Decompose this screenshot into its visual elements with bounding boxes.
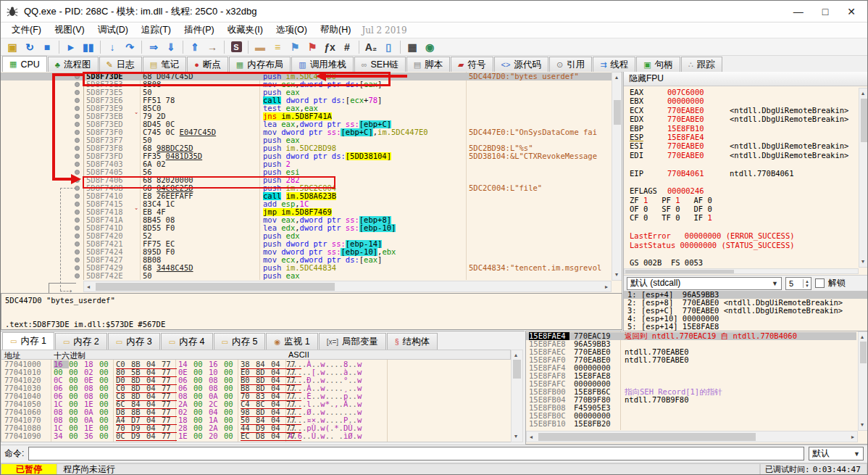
breakpoint-dot[interactable]: [75, 194, 80, 199]
tab-source[interactable]: <>源代码: [494, 57, 548, 72]
bookmarks-icon[interactable]: ⚑: [304, 40, 320, 54]
register-row[interactable]: EAX007C6000: [624, 88, 859, 96]
pause-icon[interactable]: ▮▮: [80, 40, 96, 54]
step-into-icon[interactable]: ↓: [104, 40, 120, 54]
menu-item-文件[interactable]: 文件(F): [5, 22, 48, 38]
open-file-icon[interactable]: ▣: [4, 40, 20, 54]
tab-seh[interactable]: ∞SEH链: [354, 57, 406, 72]
disasm-row[interactable]: 5D8F741A8B45 08mov eax,dword ptr ss:[ebp…: [1, 216, 612, 224]
tab-call-stack[interactable]: ▥调用堆栈: [291, 57, 353, 72]
disasm-row[interactable]: 5D8F74278B08mov ecx,dword ptr ds:[eax]: [1, 256, 612, 264]
disasm-row[interactable]: 5D8F73E6FF51 78call dword ptr ds:[ecx+78…: [1, 96, 612, 104]
register-row[interactable]: LastStatus 00000000 (STATUS_SUCCESS): [624, 241, 859, 249]
disasm-row[interactable]: 5D8F742052push edx: [1, 232, 612, 240]
stack-row[interactable]: 15E8FAF815E8FAE8: [526, 372, 856, 380]
menu-item-插件[interactable]: 插件(P): [178, 22, 221, 38]
dump-vscrollbar[interactable]: ▴ ▾: [511, 350, 523, 442]
close-button[interactable]: ✕: [847, 6, 856, 17]
tab-handles[interactable]: ▣句柄: [636, 57, 680, 72]
dump-row[interactable]: 77041090340036000CD904771E002000ECD80477…: [1, 432, 511, 440]
stack-row[interactable]: 15E8FAF400000000: [526, 364, 856, 372]
script-s-icon[interactable]: S: [228, 40, 244, 54]
stack-row[interactable]: 15E8FAF0770EABE0ntdll.770EABE0: [526, 356, 856, 364]
dump-body[interactable]: 7704100016001800C08B04771400160038840477…: [1, 360, 511, 442]
disasm-row[interactable]: 5D8F73E985C0test eax,eax: [1, 104, 612, 112]
breakpoint-dot[interactable]: [75, 226, 80, 231]
register-row[interactable]: CF 0 TF 0 IF 1: [624, 213, 859, 222]
run-to-user-code-icon[interactable]: ⇑: [187, 40, 203, 54]
tab-struct[interactable]: §结构体: [387, 333, 438, 350]
breakpoint-dot[interactable]: [75, 138, 80, 143]
disasm-row[interactable]: 5D8F73ED8D45 0Clea eax,dword ptr ss:[ebp…: [1, 120, 612, 128]
dump-byte[interactable]: 00: [69, 432, 84, 440]
breakpoint-dot[interactable]: [75, 178, 80, 183]
disasm-row[interactable]: 5D8F7410E8 26EEFAFFcall im.5D8A623B: [1, 192, 612, 200]
breakpoint-dot[interactable]: [75, 74, 80, 79]
disassembly-pane[interactable]: 5D8F73DE68 D047C45Dpush im.5DC447D05DC44…: [1, 72, 622, 293]
tab-log[interactable]: ✎日志: [99, 57, 142, 72]
disasm-row[interactable]: 5D8F73E38B08mov ecx,dword ptr ds:[eax]: [1, 80, 612, 88]
disasm-row[interactable]: 5D8F740B68 04C0C25Dpush im.5DC2C0045DC2C…: [1, 184, 612, 192]
register-row[interactable]: EDI770EABE0<ntdll.DbgUiRemoteBreakin>: [624, 151, 859, 160]
dump-byte[interactable]: 20: [209, 432, 224, 440]
stack-row[interactable]: 15E8FAE4770EAC19返回到 ntdll.770EAC19 自 ntd…: [526, 332, 856, 340]
breakpoint-dot[interactable]: [75, 241, 80, 247]
dump-byte[interactable]: EC: [241, 432, 256, 441]
hash-icon[interactable]: #: [339, 40, 355, 54]
stack-row[interactable]: 15E8FB04770B9F80ntdll.770B9F80: [526, 396, 856, 404]
register-row[interactable]: OF 0 SF 0 DF 0: [624, 205, 859, 213]
breakpoint-dot[interactable]: [75, 106, 80, 111]
disasm-row[interactable]: 5D8F741583C4 1Cadd esp,1C: [1, 200, 612, 208]
tab-references[interactable]: ⊙引用: [549, 57, 592, 72]
dump-byte[interactable]: D8: [256, 432, 271, 441]
tab-dump-1[interactable]: ▭内存 1: [2, 332, 54, 350]
stack-row[interactable]: 15E8FB0C00000000: [526, 412, 856, 420]
breakpoint-dot[interactable]: [75, 90, 80, 95]
register-list[interactable]: EAX007C6000EBX00000000ECX770EABE0<ntdll.…: [624, 88, 859, 268]
breakpoint-dot[interactable]: [75, 146, 80, 151]
register-row[interactable]: [624, 160, 859, 168]
maximize-button[interactable]: □: [822, 6, 828, 17]
breakpoint-dot[interactable]: [75, 114, 80, 119]
disasm-row[interactable]: 5D8F73DE68 D047C45Dpush im.5DC447D05DC44…: [1, 73, 612, 80]
spin-down-icon[interactable]: ▼: [805, 284, 809, 288]
breakpoint-dot[interactable]: [75, 154, 80, 159]
register-row[interactable]: EIP770B4061ntdll.770B4061: [624, 169, 859, 178]
breakpoint-dot[interactable]: [75, 265, 80, 270]
disasm-row[interactable]: 5D8F73FDFF35 0481D35Dpush dword ptr ds:[…: [1, 152, 612, 160]
menu-item-收藏夹[interactable]: 收藏夹(I): [221, 22, 270, 38]
menu-item-视图[interactable]: 视图(V): [48, 22, 91, 38]
disasm-row[interactable]: 5D8F74036A 02push 2: [1, 160, 612, 168]
tab-dump-2[interactable]: ▭内存 2: [55, 333, 107, 350]
labels-icon[interactable]: ⚑: [287, 40, 303, 54]
breakpoint-dot[interactable]: [75, 257, 80, 263]
breakpoint-dot[interactable]: [75, 234, 80, 239]
tab-graph[interactable]: ♣流程图: [48, 57, 99, 72]
breakpoint-dot[interactable]: [75, 210, 80, 215]
dump-byte[interactable]: 1E: [178, 432, 193, 440]
breakpoint-dot[interactable]: [75, 249, 80, 255]
disasm-vscrollbar[interactable]: ▴ ▾: [612, 72, 622, 281]
disasm-row[interactable]: 5D8F73F0C745 0C E047C45Dmov dword ptr ss…: [1, 128, 612, 136]
functions-icon[interactable]: ƒx: [322, 40, 338, 54]
breakpoint-dot[interactable]: [75, 170, 80, 175]
calculator-icon[interactable]: ▦: [404, 40, 420, 54]
argument-row[interactable]: 5: [esp+14] 15E8FAE8: [624, 323, 868, 331]
hide-fpu-button[interactable]: 隐藏FPU: [624, 72, 868, 86]
register-row[interactable]: [624, 249, 859, 258]
register-row[interactable]: EBX00000000: [624, 96, 859, 105]
register-row[interactable]: LastError 00000000 (ERROR_SUCCESS): [624, 231, 859, 240]
disasm-row[interactable]: 5D8F742E50push eax: [1, 272, 612, 280]
register-row[interactable]: EDX770EABE0<ntdll.DbgUiRemoteBreakin>: [624, 115, 859, 123]
breakpoint-dot[interactable]: [75, 130, 80, 135]
arguments-view[interactable]: 1: [esp+4] 96A59BB32: [esp+8] 770EABE0 <…: [624, 291, 868, 331]
stack-vscrollbar[interactable]: ▴ ▾: [858, 331, 868, 431]
run-until-return-icon[interactable]: ⇒: [146, 40, 162, 54]
breakpoint-dot[interactable]: [75, 273, 80, 278]
breakpoint-dot[interactable]: [75, 82, 80, 87]
register-row[interactable]: EFLAGS00000246: [624, 186, 859, 195]
command-input[interactable]: [28, 447, 804, 460]
register-row[interactable]: [624, 223, 859, 231]
register-row[interactable]: EBP15E8FB10: [624, 124, 859, 133]
command-type-dropdown[interactable]: 默认▼: [809, 447, 864, 460]
